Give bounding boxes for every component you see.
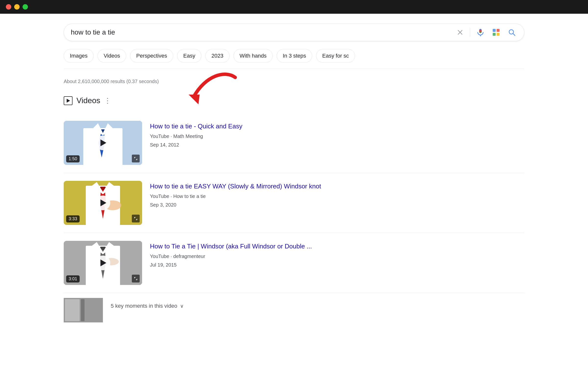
video-meta-1: YouTube · Math Meeting [150, 134, 524, 139]
main-content: Images Videos Perspectives Easy 2023 Wit… [0, 14, 588, 327]
duration-badge-3: 3:01 [66, 276, 80, 282]
chip-easy-for-school[interactable]: Easy for sc [316, 49, 355, 63]
chip-2023[interactable]: 2023 [205, 49, 230, 63]
video-info-1: How to tie a tie - Quick and Easy YouTub… [150, 121, 524, 148]
moments-expand-button[interactable]: ∨ [180, 303, 184, 309]
search-chips: Images Videos Perspectives Easy 2023 Wit… [64, 49, 524, 69]
clear-button[interactable] [455, 28, 465, 37]
video-date-1: Sep 14, 2012 [150, 142, 524, 148]
svg-rect-5 [496, 33, 500, 36]
video-title-2[interactable]: How to tie a tie EASY WAY (Slowly & Mirr… [150, 182, 524, 190]
search-divider [470, 28, 470, 37]
expand-icon-1[interactable] [132, 154, 140, 162]
voice-search-button[interactable] [475, 27, 486, 38]
video-date-2: Sep 3, 2020 [150, 202, 524, 208]
red-arrow-annotation [186, 63, 250, 113]
chip-videos[interactable]: Videos [98, 49, 126, 63]
chip-images[interactable]: Images [64, 49, 94, 63]
moments-text: 5 key moments in this video ∨ [111, 298, 184, 309]
play-triangle-icon [100, 140, 106, 146]
play-icon [67, 99, 70, 103]
svg-rect-4 [493, 33, 496, 36]
section-title: Videos [76, 96, 100, 105]
svg-rect-0 [479, 29, 482, 33]
moments-thumbnail [64, 298, 103, 322]
search-bar-container [64, 24, 524, 41]
svg-rect-3 [496, 29, 500, 32]
video-separator-1: · [170, 134, 173, 139]
play-button-3[interactable] [96, 256, 110, 270]
duration-badge-1: 1:50 [66, 155, 80, 162]
video-thumbnail-3[interactable]: 3:01 [64, 241, 142, 285]
moments-item: 5 key moments in this video ∨ [64, 293, 524, 327]
play-triangle-icon [100, 200, 106, 206]
video-info-3: How to Tie a Tie | Windsor (aka Full Win… [150, 241, 524, 268]
video-meta-3: YouTube · defragmenteur [150, 254, 524, 259]
video-separator-2: · [170, 194, 173, 199]
results-count: About 2,610,000,000 results (0.37 second… [64, 79, 524, 84]
titlebar [0, 0, 588, 14]
image-search-button[interactable] [491, 27, 502, 38]
svg-line-7 [513, 34, 515, 36]
video-title-3[interactable]: How to Tie a Tie | Windsor (aka Full Win… [150, 242, 524, 251]
video-source-2: YouTube [150, 194, 169, 199]
svg-rect-28 [81, 299, 84, 321]
table-row: 3:01 How to Tie a Tie | Windsor (aka Ful… [64, 233, 524, 293]
table-row: 1:50 How to tie a tie - Quick and Easy Y… [64, 113, 524, 173]
search-input-wrapper [64, 24, 524, 41]
section-menu-button[interactable]: ⋮ [104, 96, 111, 104]
play-button-2[interactable] [96, 196, 110, 210]
section-header: Videos ⋮ [64, 96, 524, 105]
video-thumbnail-2[interactable]: 3:33 [64, 181, 142, 225]
video-channel-3: defragmenteur [173, 254, 205, 259]
chip-in-3-steps[interactable]: In 3 steps [276, 49, 312, 63]
video-list: 1:50 How to tie a tie - Quick and Easy Y… [64, 113, 524, 327]
play-button-1[interactable] [96, 136, 110, 150]
video-thumbnail-1[interactable]: 1:50 [64, 121, 142, 165]
search-input[interactable] [71, 28, 450, 36]
video-source-3: YouTube [150, 254, 169, 259]
video-meta-2: YouTube · How to tie a tie [150, 194, 524, 199]
expand-icon-2[interactable] [132, 214, 140, 222]
moments-label: 5 key moments in this video [111, 303, 177, 309]
video-separator-3: · [170, 254, 173, 259]
video-title-1[interactable]: How to tie a tie - Quick and Easy [150, 122, 524, 130]
chip-easy[interactable]: Easy [177, 49, 202, 63]
expand-icon-3[interactable] [132, 275, 140, 282]
chip-with-hands[interactable]: With hands [234, 49, 273, 63]
video-channel-1: Math Meeting [173, 134, 203, 139]
video-date-3: Jul 19, 2015 [150, 262, 524, 268]
maximize-button[interactable] [22, 4, 28, 10]
video-info-2: How to tie a tie EASY WAY (Slowly & Mirr… [150, 181, 524, 208]
table-row: 3:33 How to tie a tie EASY WAY (Slowly &… [64, 173, 524, 233]
minimize-button[interactable] [14, 4, 20, 10]
svg-rect-2 [493, 29, 496, 32]
duration-badge-2: 3:33 [66, 215, 80, 222]
play-triangle-icon [100, 260, 106, 266]
google-search-button[interactable] [506, 27, 517, 38]
close-button[interactable] [6, 4, 11, 10]
chip-perspectives[interactable]: Perspectives [130, 49, 173, 63]
video-source-1: YouTube [150, 134, 169, 139]
video-section-icon [64, 96, 72, 105]
video-channel-2: How to tie a tie [173, 194, 206, 199]
svg-rect-27 [65, 299, 80, 321]
